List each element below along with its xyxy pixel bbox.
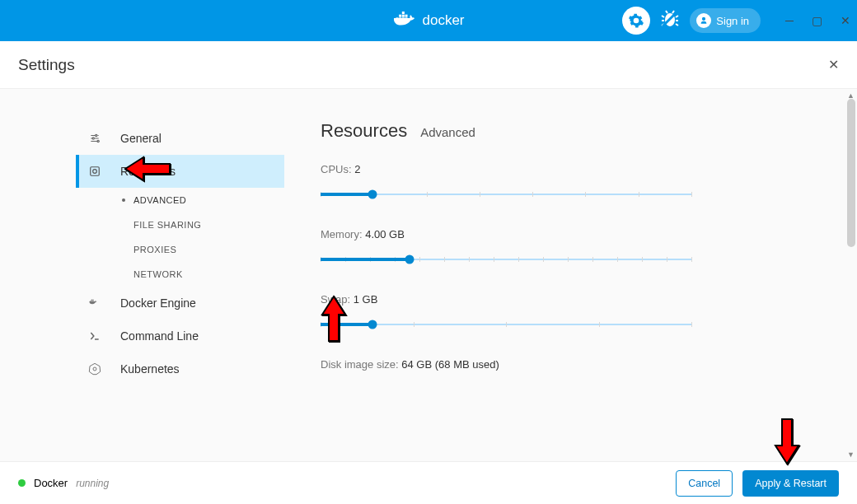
docker-logo: docker — [392, 12, 464, 30]
bug-icon — [660, 9, 680, 29]
sidebar-item-kubernetes[interactable]: Kubernetes — [76, 352, 284, 385]
svg-point-14 — [93, 170, 97, 174]
engine-icon — [87, 298, 102, 308]
section-heading: Resources — [321, 120, 407, 142]
resources-subnav: ADVANCED FILE SHARING PROXIES NETWORK — [76, 188, 284, 287]
resources-icon — [87, 166, 102, 177]
scrollbar-thumb[interactable] — [847, 99, 855, 247]
memory-value: 4.00 GB — [365, 228, 405, 240]
svg-rect-7 — [402, 12, 405, 14]
svg-rect-13 — [91, 167, 100, 176]
subnav-proxies[interactable]: PROXIES — [122, 237, 284, 262]
svg-rect-5 — [402, 15, 405, 17]
app-name: docker — [422, 12, 464, 29]
cancel-button[interactable]: Cancel — [676, 470, 733, 497]
close-window-button[interactable]: ✕ — [841, 14, 850, 27]
status-name: Docker — [34, 477, 68, 489]
svg-point-12 — [97, 140, 99, 142]
close-settings-button[interactable]: ✕ — [828, 57, 839, 72]
settings-main: Resources Advanced CPUs: 2 Memory: 4.00 … — [284, 89, 857, 461]
swap-slider[interactable] — [321, 320, 691, 329]
cpus-field: CPUs: 2 — [321, 163, 816, 198]
status-state: running — [76, 478, 109, 489]
signin-label: Sign in — [716, 15, 749, 27]
subnav-file-sharing[interactable]: FILE SHARING — [122, 212, 284, 237]
settings-sidebar: General Resources ADVANCED FILE SHARING … — [0, 89, 284, 461]
sidebar-item-label: Kubernetes — [120, 362, 180, 376]
svg-marker-20 — [89, 363, 100, 374]
disk-field: Disk image size: 64 GB (68 MB used) — [321, 358, 816, 371]
svg-point-11 — [92, 138, 94, 139]
sidebar-item-label: Resources — [120, 165, 176, 178]
whale-icon — [392, 12, 417, 30]
svg-point-10 — [96, 134, 97, 136]
section-subtitle: Advanced — [420, 125, 475, 139]
settings-footer: Docker running Cancel Apply & Restart — [0, 461, 857, 504]
signin-button[interactable]: Sign in — [690, 8, 761, 33]
apply-restart-button[interactable]: Apply & Restart — [742, 470, 839, 497]
settings-body: General Resources ADVANCED FILE SHARING … — [0, 89, 857, 461]
docker-status: Docker running — [18, 477, 109, 489]
svg-rect-4 — [399, 15, 401, 17]
sliders-icon — [87, 133, 102, 144]
subnav-advanced[interactable]: ADVANCED — [122, 188, 284, 212]
window-controls: ─ ▢ ✕ — [785, 14, 850, 27]
sidebar-item-docker-engine[interactable]: Docker Engine — [76, 287, 284, 320]
settings-gear-button[interactable] — [622, 7, 650, 35]
svg-rect-18 — [91, 300, 92, 301]
cli-icon — [87, 330, 102, 342]
avatar-icon — [696, 13, 711, 28]
maximize-button[interactable]: ▢ — [812, 14, 822, 27]
debug-button[interactable] — [660, 9, 680, 32]
svg-point-21 — [93, 367, 96, 371]
minimize-button[interactable]: ─ — [785, 14, 794, 27]
sidebar-item-label: Docker Engine — [120, 296, 196, 310]
app-topbar: docker Sign in ─ ▢ ✕ — [0, 0, 857, 41]
swap-field: Swap: 1 GB — [321, 293, 816, 329]
status-dot-icon — [18, 479, 26, 487]
page-title: Settings — [18, 56, 75, 74]
sidebar-item-command-line[interactable]: Command Line — [76, 320, 284, 352]
sidebar-item-label: Command Line — [120, 329, 199, 343]
subnav-network[interactable]: NETWORK — [122, 262, 284, 287]
sidebar-item-label: General — [120, 132, 162, 145]
sidebar-item-resources[interactable]: Resources — [76, 155, 284, 188]
memory-field: Memory: 4.00 GB — [321, 228, 816, 264]
gear-icon — [628, 12, 644, 29]
swap-value: 1 GB — [354, 293, 378, 306]
settings-header: Settings ✕ — [0, 41, 857, 89]
cpus-value: 2 — [354, 163, 360, 175]
disk-value: 64 GB (68 MB used) — [401, 358, 499, 371]
scroll-down-icon[interactable]: ▼ — [847, 450, 855, 459]
memory-slider[interactable] — [321, 255, 691, 264]
cpus-slider[interactable] — [321, 190, 691, 198]
svg-rect-6 — [405, 15, 407, 17]
sidebar-item-general[interactable]: General — [76, 122, 284, 155]
svg-rect-19 — [92, 300, 93, 301]
kubernetes-icon — [87, 362, 102, 376]
